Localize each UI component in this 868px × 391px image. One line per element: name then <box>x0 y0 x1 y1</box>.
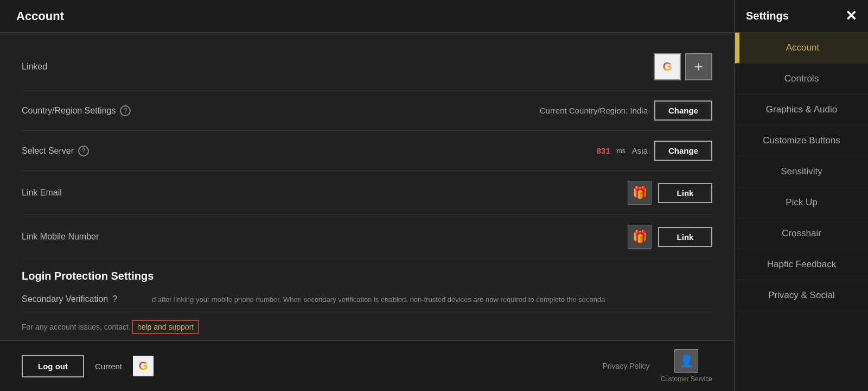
server-change-btn[interactable]: Change <box>654 141 712 161</box>
secondary-verification-row: Secondary Verification ? d after linking… <box>22 288 712 312</box>
sidebar-item-sensitivity[interactable]: Sensitivity <box>735 156 868 187</box>
sidebar-item-graphics-audio[interactable]: Graphics & Audio <box>735 94 868 125</box>
linked-right: G + <box>654 53 712 80</box>
current-google-btn[interactable]: G <box>133 356 154 376</box>
country-row: Country/Region Settings ? Current Countr… <box>22 91 712 131</box>
customer-service-btn[interactable]: 👤 Customer Service <box>661 349 712 383</box>
close-button[interactable]: ✕ <box>845 8 857 24</box>
server-right: 831 ms Asia Change <box>597 141 712 161</box>
ping-unit: ms <box>617 147 626 155</box>
content-area: Linked G + Country/Region Settings ? <box>0 33 734 340</box>
link-email-right: 🎁 Link <box>628 181 712 205</box>
secondary-label: Secondary Verification ? <box>22 294 152 304</box>
link-email-btn[interactable]: Link <box>658 183 712 203</box>
customer-service-label: Customer Service <box>661 375 712 383</box>
server-region: Asia <box>632 146 648 155</box>
country-change-btn[interactable]: Change <box>654 100 712 121</box>
server-label: Select Server ? <box>22 146 130 156</box>
sidebar-item-pick-up[interactable]: Pick Up <box>735 187 868 218</box>
sidebar-item-controls[interactable]: Controls <box>735 64 868 94</box>
sidebar: Settings ✕ Account Controls Graphics & A… <box>735 0 868 391</box>
current-label: Current <box>95 362 122 371</box>
secondary-text: d after linking your mobile phone number… <box>152 294 712 305</box>
sidebar-item-account[interactable]: Account <box>735 33 868 64</box>
linked-row: Linked G + <box>22 43 712 91</box>
customer-service-icon: 👤 <box>674 349 698 373</box>
bottom-bar: Log out Current G Privacy Policy 👤 Custo… <box>0 340 734 391</box>
privacy-policy-link[interactable]: Privacy Policy <box>602 362 649 370</box>
settings-header: Account <box>0 0 734 33</box>
link-mobile-label: Link Mobile Number <box>22 232 130 242</box>
current-google-icon: G <box>138 359 148 373</box>
bottom-right: Privacy Policy 👤 Customer Service <box>602 349 712 383</box>
link-email-label: Link Email <box>22 188 130 198</box>
link-mobile-row: Link Mobile Number 🎁 Link <box>22 215 712 259</box>
country-value: Current Country/Region: India <box>540 106 648 115</box>
link-email-row: Link Email 🎁 Link <box>22 171 712 215</box>
sidebar-item-haptic-feedback[interactable]: Haptic Feedback <box>735 249 868 280</box>
linked-icons: G + <box>654 53 712 80</box>
google-linked-btn[interactable]: G <box>654 53 681 80</box>
sidebar-item-privacy-social[interactable]: Privacy & Social <box>735 280 868 311</box>
page-title: Account <box>16 9 64 23</box>
server-help-icon[interactable]: ? <box>78 146 89 156</box>
google-icon: G <box>662 60 672 74</box>
email-gift-icon: 🎁 <box>628 181 652 205</box>
sidebar-item-customize-buttons[interactable]: Customize Buttons <box>735 125 868 156</box>
linked-label: Linked <box>22 62 130 72</box>
add-link-btn[interactable]: + <box>685 53 712 80</box>
server-row: Select Server ? 831 ms Asia Change <box>22 131 712 171</box>
settings-panel: Account Linked G + Country/R <box>0 0 735 391</box>
country-label: Country/Region Settings ? <box>22 105 131 116</box>
issues-prefix: For any account issues, contact <box>22 323 129 331</box>
country-help-icon[interactable]: ? <box>120 105 131 116</box>
link-mobile-btn[interactable]: Link <box>658 227 712 247</box>
ping-value: 831 <box>597 146 610 155</box>
sidebar-item-crosshair[interactable]: Crosshair <box>735 218 868 249</box>
country-right: Current Country/Region: India Change <box>540 100 712 121</box>
main-container: Account Linked G + Country/R <box>0 0 868 391</box>
logout-button[interactable]: Log out <box>22 355 84 377</box>
sidebar-header: Settings ✕ <box>735 0 868 33</box>
login-protection-title: Login Protection Settings <box>22 259 712 288</box>
mobile-gift-icon: 🎁 <box>628 225 652 249</box>
link-mobile-right: 🎁 Link <box>628 225 712 249</box>
account-issues-row: For any account issues, contact help and… <box>22 312 712 341</box>
secondary-help-icon[interactable]: ? <box>112 294 117 304</box>
sidebar-title: Settings <box>746 10 789 22</box>
help-support-link[interactable]: help and support <box>132 320 199 334</box>
